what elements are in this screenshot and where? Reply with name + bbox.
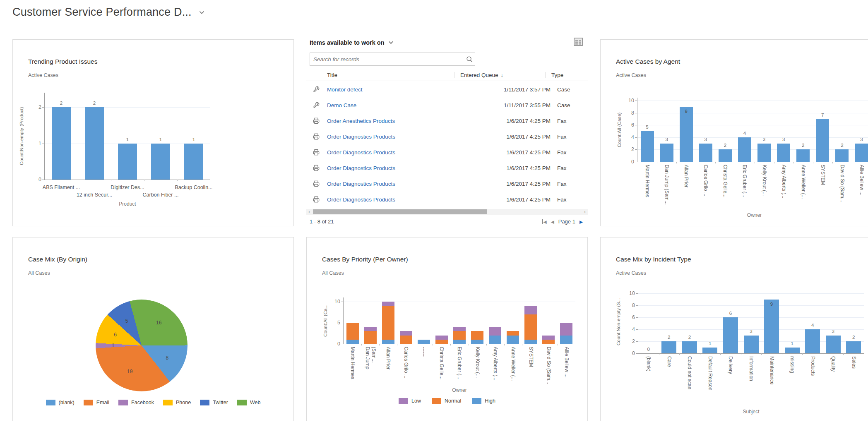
- stacked-bar-segment[interactable]: [524, 314, 537, 340]
- bar[interactable]: [719, 149, 732, 162]
- queue-row[interactable]: Demo Case1/11/2017 3:55 PMCase: [306, 97, 588, 113]
- queue-row[interactable]: Order Diagnostics Products1/6/2017 4:25 …: [306, 160, 588, 176]
- y-tick-mark: [635, 162, 637, 162]
- stacked-bar-segment[interactable]: [382, 340, 394, 344]
- x-category-label: Dan Jump (Sam...: [657, 165, 676, 211]
- queue-row[interactable]: Order Diagnostics Products1/6/2017 4:25 …: [306, 192, 588, 207]
- bar[interactable]: [764, 300, 779, 353]
- previous-page-icon[interactable]: ◀: [551, 219, 554, 224]
- queue-header[interactable]: Items available to work on: [310, 39, 393, 46]
- stacked-bar-segment[interactable]: [400, 336, 412, 344]
- bar[interactable]: [118, 144, 137, 180]
- bar[interactable]: [660, 144, 673, 162]
- trending-product-issues-chart[interactable]: 01222111ABS Filament ...12 inch Secur...…: [13, 40, 293, 226]
- stacked-bar-segment[interactable]: [453, 327, 466, 331]
- queue-row[interactable]: Order Diagnostics Products1/6/2017 4:25 …: [306, 144, 588, 160]
- stacked-bar-segment[interactable]: [364, 331, 377, 344]
- dashboard-selector-chevron-down-icon[interactable]: [199, 9, 204, 16]
- x-tick-mark: [823, 353, 823, 355]
- stacked-bar-segment[interactable]: [471, 340, 483, 344]
- column-header-title[interactable]: Title: [306, 72, 454, 78]
- bar[interactable]: [777, 144, 790, 162]
- stacked-bar-segment[interactable]: [453, 331, 466, 339]
- grid-view-icon[interactable]: [574, 38, 583, 46]
- queue-row[interactable]: Order Diagnostics Products1/6/2017 4:25 …: [306, 129, 588, 144]
- stacked-bar-segment[interactable]: [418, 340, 430, 344]
- scroll-left-icon[interactable]: ‹: [306, 209, 312, 215]
- case-mix-by-incident-type-chart[interactable]: 024681002216391432(blank)CareCould not s…: [601, 237, 868, 421]
- stacked-bar-segment[interactable]: [400, 331, 412, 335]
- bar[interactable]: [855, 144, 868, 162]
- bar[interactable]: [835, 149, 849, 162]
- bar[interactable]: [184, 144, 203, 180]
- stacked-bar-segment[interactable]: [524, 306, 537, 314]
- stacked-bar-segment[interactable]: [382, 306, 394, 339]
- stacked-bar-segment[interactable]: [364, 327, 377, 331]
- stacked-bar-segment[interactable]: [507, 336, 519, 344]
- bar[interactable]: [641, 131, 654, 162]
- sort-descending-icon: ↓: [501, 72, 504, 78]
- bar[interactable]: [151, 144, 170, 180]
- cases-by-priority-chart[interactable]: 0510Martin HermesDan Jump (Sam...Allan P…: [307, 237, 587, 421]
- queue-row[interactable]: Monitor defect1/11/2017 3:57 PMCase: [306, 82, 588, 97]
- stacked-bar-segment[interactable]: [524, 340, 537, 344]
- bar[interactable]: [826, 336, 841, 353]
- queue-row-title-link[interactable]: Monitor defect: [327, 86, 476, 93]
- queue-row[interactable]: Order Anesthetics Products1/6/2017 4:25 …: [306, 113, 588, 129]
- stacked-bar-segment[interactable]: [507, 331, 519, 335]
- stacked-bar-segment[interactable]: [489, 327, 501, 335]
- legend-item: Web: [237, 400, 260, 405]
- bar[interactable]: [796, 149, 810, 162]
- bar[interactable]: [680, 107, 693, 162]
- bar[interactable]: [682, 341, 697, 353]
- stacked-bar-segment[interactable]: [382, 302, 394, 306]
- pie-chart[interactable]: [96, 300, 188, 391]
- stacked-bar-segment[interactable]: [560, 323, 572, 336]
- stacked-bar-segment[interactable]: [346, 323, 359, 340]
- queue-row-title-link[interactable]: Order Diagnostics Products: [327, 134, 476, 140]
- bar[interactable]: [846, 341, 861, 353]
- search-icon[interactable]: [464, 56, 475, 63]
- bar[interactable]: [702, 348, 717, 353]
- stacked-bar-segment[interactable]: [435, 336, 448, 340]
- queue-row-title-link[interactable]: Order Diagnostics Products: [327, 149, 476, 156]
- bar[interactable]: [85, 107, 104, 180]
- stacked-bar-segment[interactable]: [542, 340, 555, 344]
- stacked-bar-segment[interactable]: [542, 336, 555, 340]
- bar[interactable]: [744, 336, 759, 353]
- bar[interactable]: [785, 348, 800, 353]
- queue-row[interactable]: Order Diagnostics Products1/6/2017 4:25 …: [306, 176, 588, 192]
- bar[interactable]: [661, 341, 676, 353]
- stacked-bar-segment[interactable]: [346, 340, 359, 344]
- x-tick-mark: [540, 344, 540, 345]
- next-page-icon[interactable]: ▶: [579, 219, 583, 224]
- search-input[interactable]: [310, 56, 464, 62]
- scroll-right-icon[interactable]: ›: [582, 209, 588, 215]
- column-header-type[interactable]: Type: [545, 72, 588, 78]
- bar[interactable]: [723, 317, 738, 353]
- stacked-bar-segment[interactable]: [560, 336, 572, 344]
- bar[interactable]: [52, 107, 71, 180]
- bar[interactable]: [738, 137, 751, 162]
- stacked-bar-segment[interactable]: [489, 336, 501, 344]
- case-mix-by-origin-chart[interactable]: 81916516(blank)EmailFacebookPhoneTwitter…: [13, 237, 293, 421]
- bar[interactable]: [805, 329, 820, 353]
- queue-row-entered-queue: 1/6/2017 4:25 PM: [476, 149, 551, 156]
- stacked-bar-segment[interactable]: [453, 340, 466, 344]
- queue-row-title-link[interactable]: Demo Case: [327, 102, 476, 108]
- first-page-icon[interactable]: ◀: [542, 219, 547, 224]
- horizontal-scrollbar[interactable]: ‹ ›: [306, 209, 588, 215]
- stacked-bar-segment[interactable]: [435, 340, 448, 344]
- queue-row-title-link[interactable]: Order Anesthetics Products: [327, 118, 476, 124]
- column-header-entered-queue[interactable]: Entered Queue ↓: [454, 72, 545, 78]
- bar[interactable]: [816, 119, 829, 162]
- scrollbar-thumb[interactable]: [313, 209, 487, 214]
- queue-row-title-link[interactable]: Order Diagnostics Products: [327, 165, 476, 171]
- x-category-label: Carlos Grilo ...: [397, 347, 415, 386]
- stacked-bar-segment[interactable]: [471, 331, 483, 339]
- bar[interactable]: [699, 144, 712, 162]
- queue-row-title-link[interactable]: Order Diagnostics Products: [327, 181, 476, 187]
- bar[interactable]: [757, 144, 771, 162]
- active-cases-by-agent-chart[interactable]: 0246810539324332723Martin HermesDan Jump…: [601, 40, 868, 226]
- queue-row-title-link[interactable]: Order Diagnostics Products: [327, 197, 476, 203]
